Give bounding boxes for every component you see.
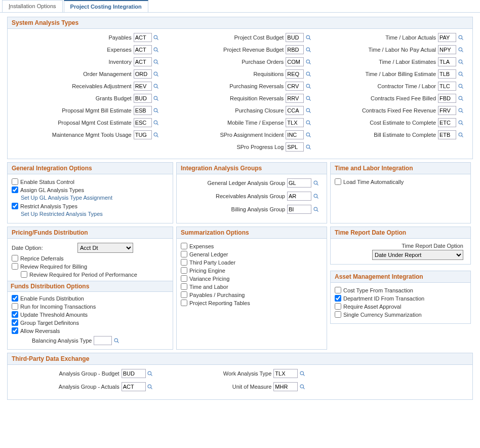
lookup-icon[interactable] <box>305 46 312 53</box>
chk-restrict-analysis-types[interactable] <box>12 203 18 209</box>
sat-field-input[interactable] <box>134 69 152 79</box>
chk-sum-pricing-engine[interactable] <box>181 267 187 274</box>
chk-sum-payables-purchasing[interactable] <box>181 291 187 298</box>
input-analysis-group-budget[interactable] <box>122 369 146 378</box>
sat-field-input[interactable] <box>134 106 152 115</box>
lookup-icon[interactable] <box>305 131 312 138</box>
chk-sum-expenses[interactable] <box>181 243 187 249</box>
sat-field-input[interactable] <box>286 106 304 115</box>
lookup-icon[interactable] <box>153 83 160 90</box>
sat-field-input[interactable] <box>286 82 304 91</box>
lookup-icon[interactable] <box>305 70 312 78</box>
chk-enable-funds-distribution[interactable] <box>12 295 18 302</box>
lookup-icon[interactable] <box>153 34 160 41</box>
sat-field-input[interactable] <box>286 142 304 152</box>
sat-field-input[interactable] <box>134 45 152 54</box>
sat-field-input[interactable] <box>438 82 456 91</box>
input-gl-analysis-group[interactable] <box>287 178 311 188</box>
lookup-icon[interactable] <box>457 119 464 126</box>
input-balancing-analysis-type[interactable] <box>94 336 112 345</box>
lookup-icon[interactable] <box>153 70 160 78</box>
sat-field-input[interactable] <box>134 82 152 91</box>
tab-installation-options[interactable]: Installation Options <box>2 0 63 12</box>
lookup-icon[interactable] <box>153 131 160 138</box>
lookup-icon[interactable] <box>305 143 312 151</box>
sat-field-input[interactable] <box>438 130 456 139</box>
chk-review-required-billing[interactable] <box>12 263 18 270</box>
lookup-icon[interactable] <box>153 46 160 53</box>
sat-field-input[interactable] <box>286 69 304 79</box>
chk-review-required-period[interactable] <box>21 271 27 278</box>
lookup-icon[interactable] <box>147 383 154 390</box>
chk-cost-type-from-transaction[interactable] <box>335 287 341 293</box>
lookup-icon[interactable] <box>457 83 464 90</box>
chk-sum-third-party-loader[interactable] <box>181 259 187 266</box>
lookup-icon[interactable] <box>457 107 464 114</box>
lookup-icon[interactable] <box>457 95 464 102</box>
lookup-icon[interactable] <box>299 383 306 390</box>
chk-require-asset-approval[interactable] <box>335 303 341 310</box>
sat-field-input[interactable] <box>134 130 152 139</box>
lookup-icon[interactable] <box>312 193 319 200</box>
chk-group-target-definitions[interactable] <box>12 319 18 326</box>
chk-department-id-from-transaction[interactable] <box>335 295 341 302</box>
lookup-icon[interactable] <box>305 119 312 126</box>
lookup-icon[interactable] <box>312 179 319 186</box>
select-time-report-date-option[interactable]: Date Under Report <box>372 250 463 260</box>
sat-field-input[interactable] <box>134 118 152 127</box>
sat-field-input[interactable] <box>438 94 456 103</box>
sat-field-input[interactable] <box>286 130 304 139</box>
lookup-icon[interactable] <box>457 70 464 78</box>
sat-field-input[interactable] <box>438 106 456 115</box>
lookup-icon[interactable] <box>153 107 160 114</box>
lookup-icon[interactable] <box>312 206 319 213</box>
lookup-icon[interactable] <box>457 131 464 138</box>
sat-field-input[interactable] <box>438 69 456 79</box>
tab-project-costing-integration[interactable]: Project Costing Integration <box>64 0 148 12</box>
lookup-icon[interactable] <box>305 95 312 102</box>
sat-field-input[interactable] <box>438 33 456 42</box>
sat-field-input[interactable] <box>438 118 456 127</box>
input-receivables-analysis-group[interactable] <box>287 192 311 201</box>
sat-field-input[interactable] <box>286 33 304 42</box>
input-unit-of-measure[interactable] <box>273 382 298 391</box>
lookup-icon[interactable] <box>153 58 160 65</box>
sat-field-input[interactable] <box>286 118 304 127</box>
lookup-icon[interactable] <box>305 34 312 41</box>
chk-reprice-deferrals[interactable] <box>12 255 18 262</box>
chk-run-incoming-transactions[interactable] <box>12 303 18 310</box>
link-setup-restricted-analysis-types[interactable]: Set Up Restricted Analysis Types <box>21 211 169 217</box>
sat-field-input[interactable] <box>438 57 456 66</box>
lookup-icon[interactable] <box>457 58 464 65</box>
lookup-icon[interactable] <box>305 107 312 114</box>
sat-field-input[interactable] <box>286 45 304 54</box>
lookup-icon[interactable] <box>457 46 464 53</box>
chk-sum-time-and-labor[interactable] <box>181 283 187 290</box>
chk-enable-status-control[interactable] <box>12 178 18 185</box>
lookup-icon[interactable] <box>153 119 160 126</box>
chk-allow-reversals[interactable] <box>12 327 18 334</box>
sat-field-input[interactable] <box>286 94 304 103</box>
chk-single-currency-summarization[interactable] <box>335 311 341 318</box>
sat-field-input[interactable] <box>438 45 456 54</box>
lookup-icon[interactable] <box>305 83 312 90</box>
lookup-icon[interactable] <box>153 95 160 102</box>
chk-assign-gl-analysis-types[interactable] <box>12 186 18 193</box>
lookup-icon[interactable] <box>299 370 306 377</box>
input-work-analysis-type[interactable] <box>273 369 298 378</box>
lookup-icon[interactable] <box>305 58 312 65</box>
input-billing-analysis-group[interactable] <box>287 205 311 214</box>
chk-sum-variance-pricing[interactable] <box>181 275 187 282</box>
sat-field-input[interactable] <box>134 33 152 42</box>
sat-field-input[interactable] <box>286 57 304 66</box>
input-analysis-group-actuals[interactable] <box>122 382 146 391</box>
chk-sum-project-reporting-tables[interactable] <box>181 300 187 306</box>
lookup-icon[interactable] <box>147 370 154 377</box>
chk-load-time-automatically[interactable] <box>335 178 341 185</box>
chk-update-threshold-amounts[interactable] <box>12 311 18 318</box>
link-setup-gl-analysis-type-assignment[interactable]: Set Up GL Analysis Type Assignment <box>21 195 169 201</box>
chk-sum-general-ledger[interactable] <box>181 251 187 257</box>
sat-field-input[interactable] <box>134 57 152 66</box>
select-date-option[interactable]: Acct Dt <box>77 243 133 253</box>
sat-field-input[interactable] <box>134 94 152 103</box>
